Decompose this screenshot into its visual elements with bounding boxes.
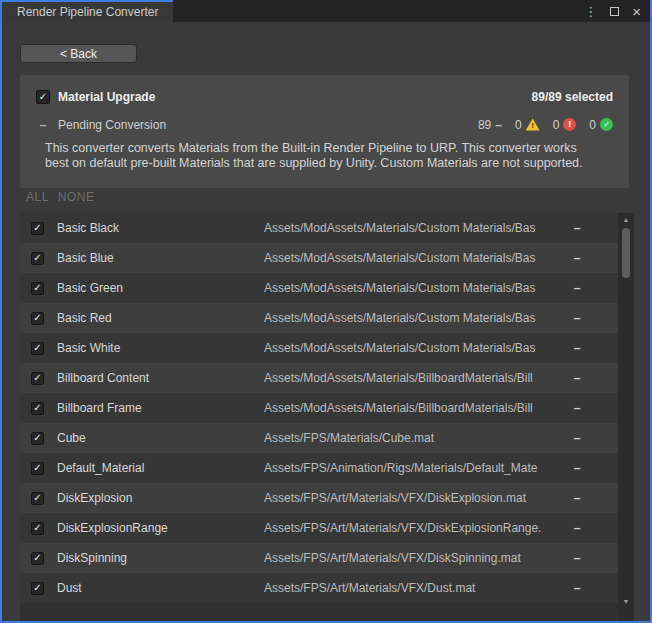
success-icon: ✓: [600, 118, 613, 131]
row-checkbox[interactable]: ✓: [31, 402, 44, 415]
select-all-button[interactable]: ALL: [26, 190, 49, 204]
row-checkbox[interactable]: ✓: [31, 522, 44, 535]
material-row[interactable]: ✓ Basic White Assets/ModAssets/Materials…: [20, 333, 618, 363]
scrollbar-thumb[interactable]: [622, 228, 630, 278]
material-name: Default_Material: [57, 461, 264, 475]
select-none-button[interactable]: NONE: [58, 190, 95, 204]
material-row[interactable]: ✓ Basic Blue Assets/ModAssets/Materials/…: [20, 243, 618, 273]
material-name: DiskExplosionRange: [57, 521, 264, 535]
material-name: Basic Green: [57, 281, 264, 295]
material-upgrade-checkbox[interactable]: ✓: [36, 90, 50, 104]
pending-status-icon: –: [570, 341, 584, 355]
material-row[interactable]: ✓ DiskExplosion Assets/FPS/Art/Materials…: [20, 483, 618, 513]
material-path: Assets/ModAssets/Materials/Custom Materi…: [264, 251, 570, 265]
material-list: ✓ Basic Black Assets/ModAssets/Materials…: [20, 213, 618, 621]
check-icon: ✓: [33, 523, 41, 533]
material-path: Assets/ModAssets/Materials/Custom Materi…: [264, 341, 570, 355]
tab-render-pipeline-converter[interactable]: Render Pipeline Converter: [2, 0, 173, 22]
material-name: Basic Red: [57, 311, 264, 325]
pending-count-group: 89 –: [478, 118, 502, 132]
check-icon: ✓: [33, 313, 41, 323]
material-row[interactable]: ✓ Cube Assets/FPS/Materials/Cube.mat –: [20, 423, 618, 453]
error-count-group: 0 !: [553, 118, 577, 132]
row-checkbox[interactable]: ✓: [31, 312, 44, 325]
row-checkbox[interactable]: ✓: [31, 462, 44, 475]
material-row[interactable]: ✓ DiskExplosionRange Assets/FPS/Art/Mate…: [20, 513, 618, 543]
row-checkbox[interactable]: ✓: [31, 222, 44, 235]
description-line-1: This converter converts Materials from t…: [45, 141, 613, 156]
menu-kebab-icon[interactable]: ⋮: [584, 5, 597, 18]
material-path: Assets/FPS/Art/Materials/VFX/DiskExplosi…: [264, 521, 570, 535]
row-checkbox[interactable]: ✓: [31, 432, 44, 445]
pending-status-icon: –: [570, 551, 584, 565]
row-checkbox[interactable]: ✓: [31, 492, 44, 505]
material-row[interactable]: ✓ Billboard Frame Assets/ModAssets/Mater…: [20, 393, 618, 423]
success-count-group: 0 ✓: [589, 118, 613, 132]
material-path: Assets/ModAssets/Materials/BillboardMate…: [264, 371, 570, 385]
material-row[interactable]: ✓ Billboard Content Assets/ModAssets/Mat…: [20, 363, 618, 393]
check-icon: ✓: [33, 493, 41, 503]
warning-count: 0: [515, 118, 522, 132]
material-row[interactable]: ✓ Basic Black Assets/ModAssets/Materials…: [20, 213, 618, 243]
row-checkbox[interactable]: ✓: [31, 282, 44, 295]
material-path: Assets/FPS/Materials/Cube.mat: [264, 431, 570, 445]
material-path: Assets/FPS/Art/Materials/VFX/Dust.mat: [264, 581, 570, 595]
error-count: 0: [553, 118, 560, 132]
scroll-up-icon[interactable]: ▲: [618, 215, 634, 225]
check-icon: ✓: [33, 433, 41, 443]
check-icon: ✓: [33, 283, 41, 293]
converter-title: Material Upgrade: [58, 90, 155, 104]
warning-icon: !: [526, 119, 540, 131]
material-name: Basic Blue: [57, 251, 264, 265]
row-checkbox[interactable]: ✓: [31, 252, 44, 265]
pending-status-icon: –: [570, 371, 584, 385]
check-icon: ✓: [33, 403, 41, 413]
check-icon: ✓: [33, 373, 41, 383]
window-title: Render Pipeline Converter: [17, 5, 158, 19]
material-path: Assets/FPS/Art/Materials/VFX/DiskExplosi…: [264, 491, 570, 505]
window-content: < Back ✓ Material Upgrade 89/89 selected…: [2, 22, 650, 621]
material-path: Assets/ModAssets/Materials/Custom Materi…: [264, 281, 570, 295]
check-icon: ✓: [33, 553, 41, 563]
scroll-down-icon[interactable]: ▼: [618, 597, 634, 607]
error-icon: !: [563, 118, 576, 131]
material-row[interactable]: ✓ Default_Material Assets/FPS/Animation/…: [20, 453, 618, 483]
selection-shortcuts: ALL NONE: [26, 190, 95, 204]
pending-status-icon: –: [570, 491, 584, 505]
check-icon: ✓: [33, 583, 41, 593]
back-button[interactable]: < Back: [20, 44, 137, 63]
row-checkbox[interactable]: ✓: [31, 372, 44, 385]
close-icon[interactable]: ×: [632, 4, 641, 19]
material-row[interactable]: ✓ Basic Green Assets/ModAssets/Materials…: [20, 273, 618, 303]
render-pipeline-converter-window: Render Pipeline Converter ⋮ × < Back ✓ M…: [0, 0, 652, 623]
pending-status-icon: –: [570, 461, 584, 475]
check-icon: ✓: [39, 92, 47, 102]
maximize-icon[interactable]: [610, 2, 619, 20]
material-name: Cube: [57, 431, 264, 445]
pending-status-icon: –: [570, 521, 584, 535]
material-path: Assets/ModAssets/Materials/Custom Materi…: [264, 311, 570, 325]
row-checkbox[interactable]: ✓: [31, 552, 44, 565]
material-name: Basic White: [57, 341, 264, 355]
vertical-scrollbar[interactable]: ▲ ▼: [618, 213, 634, 621]
row-checkbox[interactable]: ✓: [31, 582, 44, 595]
material-row[interactable]: ✓ Basic Red Assets/ModAssets/Materials/C…: [20, 303, 618, 333]
pending-conversion-row[interactable]: – Pending Conversion 89 – 0 ! 0 !: [36, 117, 613, 132]
material-row[interactable]: ✓ Dust Assets/FPS/Art/Materials/VFX/Dust…: [20, 573, 618, 603]
row-checkbox[interactable]: ✓: [31, 342, 44, 355]
check-icon: ✓: [33, 343, 41, 353]
material-name: DiskExplosion: [57, 491, 264, 505]
material-path: Assets/ModAssets/Materials/Custom Materi…: [264, 221, 570, 235]
pending-status-icon: –: [570, 401, 584, 415]
pending-status-icon: –: [570, 251, 584, 265]
material-list-area: ✓ Basic Black Assets/ModAssets/Materials…: [20, 213, 634, 621]
selected-count: 89/89 selected: [532, 90, 613, 104]
material-name: Billboard Frame: [57, 401, 264, 415]
converter-header-row: ✓ Material Upgrade 89/89 selected: [36, 89, 613, 105]
material-name: DiskSpinning: [57, 551, 264, 565]
material-path: Assets/FPS/Art/Materials/VFX/DiskSpinnin…: [264, 551, 570, 565]
pending-status-icon: –: [570, 221, 584, 235]
pending-status-icon: –: [570, 581, 584, 595]
pending-count: 89: [478, 118, 491, 132]
material-row[interactable]: ✓ DiskSpinning Assets/FPS/Art/Materials/…: [20, 543, 618, 573]
